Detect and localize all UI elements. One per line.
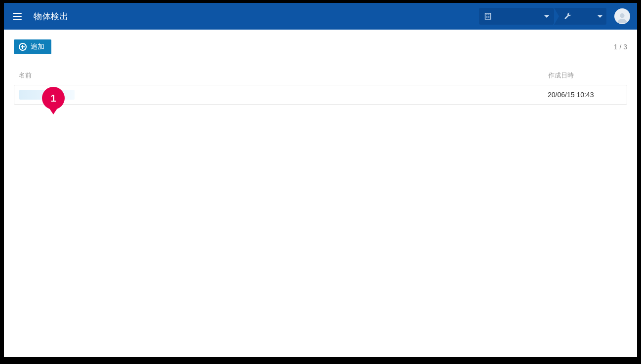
table-row[interactable]: 20/06/15 10:43 [14,85,627,105]
project-selector[interactable] [559,8,606,25]
table-header: 名前 作成日時 [14,66,627,85]
page-title: 物体検出 [34,11,68,22]
wrench-icon [564,12,572,20]
svg-point-7 [620,13,624,18]
context-selector-group [479,8,606,25]
annotation-pin-1: 1 [42,87,65,109]
app-header: 物体検出 [4,3,637,30]
chevron-down-icon [598,15,602,18]
organization-selector[interactable] [479,8,553,25]
chevron-down-icon [544,15,549,18]
column-header-name: 名前 [19,71,548,80]
app-frame: 物体検出 [4,3,637,357]
avatar[interactable] [614,8,630,24]
row-name-cell [19,90,548,100]
svg-rect-0 [485,13,491,19]
building-icon [484,12,492,20]
menu-icon[interactable] [13,10,25,22]
add-button-label: 追加 [31,42,44,51]
column-header-created: 作成日時 [548,71,622,80]
row-created-cell: 20/06/15 10:43 [548,91,622,99]
content-area: 追加 1 / 3 名前 作成日時 20/06/15 10:43 1 [4,30,637,114]
plus-circle-icon [19,43,27,51]
add-button[interactable]: 追加 [14,39,51,54]
items-table: 名前 作成日時 20/06/15 10:43 [14,66,627,105]
pagination-indicator: 1 / 3 [614,43,627,51]
toolbar: 追加 1 / 3 [14,39,627,54]
